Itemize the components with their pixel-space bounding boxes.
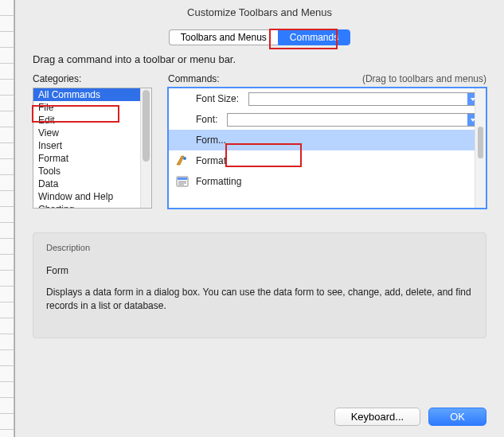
dialog-footer: Keyboard... OK <box>334 408 486 426</box>
command-label: Format <box>196 155 226 166</box>
category-item[interactable]: Format <box>33 152 151 165</box>
tab-commands[interactable]: Commands <box>278 29 350 45</box>
description-panel: Description Form Displays a data form in… <box>33 232 486 338</box>
command-label: Form... <box>196 135 226 146</box>
category-item[interactable]: View <box>33 127 151 139</box>
format-icon <box>175 154 189 168</box>
customize-dialog: Customize Toolbars and Menus Toolbars an… <box>14 0 504 437</box>
command-dropdown[interactable] <box>248 92 479 106</box>
categories-scroll-thumb[interactable] <box>143 90 150 162</box>
svg-rect-2 <box>178 178 187 180</box>
category-item[interactable]: Edit <box>33 114 151 127</box>
command-label: Formatting <box>196 176 241 187</box>
tab-bar: Toolbars and Menus Commands <box>15 29 504 45</box>
svg-point-0 <box>183 157 186 160</box>
keyboard-button[interactable]: Keyboard... <box>334 408 421 426</box>
categories-column: Categories: All CommandsFileEditViewInse… <box>33 73 152 209</box>
commands-scroll-thumb[interactable] <box>478 127 483 158</box>
category-item[interactable]: Window and Help <box>33 190 151 203</box>
description-title: Form <box>46 265 473 276</box>
commands-scrollbar[interactable] <box>475 88 486 208</box>
category-item[interactable]: All Commands <box>33 88 151 101</box>
description-body: Displays a data form in a dialog box. Yo… <box>46 286 473 314</box>
category-item[interactable]: Data <box>33 178 151 190</box>
commands-column: Commands: (Drag to toolbars and menus) F… <box>168 73 486 209</box>
tab-toolbars-and-menus[interactable]: Toolbars and Menus <box>169 29 278 45</box>
formatting-icon <box>175 174 189 189</box>
categories-scrollbar[interactable] <box>140 88 151 208</box>
categories-label: Categories: <box>33 73 81 84</box>
blank-icon <box>175 133 189 147</box>
ok-button[interactable]: OK <box>428 408 486 426</box>
description-heading: Description <box>46 243 473 252</box>
commands-label: Commands: <box>168 73 220 84</box>
dialog-title: Customize Toolbars and Menus <box>15 0 504 23</box>
spreadsheet-background <box>0 0 14 437</box>
command-item[interactable]: Formatting <box>169 171 486 192</box>
category-item[interactable]: Charting <box>33 203 151 209</box>
category-item[interactable]: Tools <box>33 165 151 178</box>
command-item[interactable]: Font: <box>169 109 486 130</box>
blank-icon <box>175 112 189 127</box>
instruction-text: Drag a command into a toolbar or menu ba… <box>15 53 504 73</box>
categories-listbox[interactable]: All CommandsFileEditViewInsertFormatTool… <box>33 88 152 209</box>
command-label: Font Size: <box>196 93 239 104</box>
category-item[interactable]: Insert <box>33 139 151 152</box>
command-dropdown[interactable] <box>227 113 479 127</box>
command-item[interactable]: Format <box>169 150 486 171</box>
command-item[interactable]: Form... <box>169 130 486 150</box>
blank-icon <box>175 92 189 106</box>
commands-listbox[interactable]: Font Size:Font:Form...FormatFormatting <box>168 88 486 209</box>
category-item[interactable]: File <box>33 101 151 114</box>
command-label: Font: <box>196 114 217 125</box>
commands-hint: (Drag to toolbars and menus) <box>362 73 486 84</box>
command-item[interactable]: Font Size: <box>169 88 486 109</box>
